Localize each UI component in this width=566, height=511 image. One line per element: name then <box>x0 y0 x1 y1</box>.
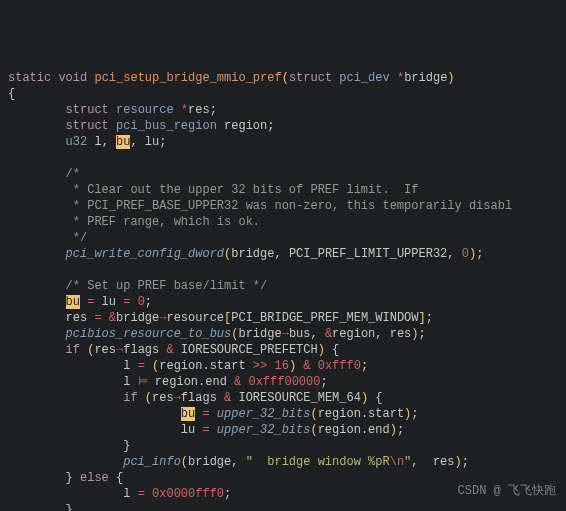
code-line: bu = lu = 0; <box>8 295 152 309</box>
semi: ; <box>224 487 231 501</box>
search-highlight: bu <box>181 407 195 421</box>
brace: } <box>66 503 73 511</box>
code-block: static void pci_setup_bridge_mmio_pref(s… <box>8 70 558 511</box>
brace: { <box>116 471 123 485</box>
semi: ; <box>411 407 418 421</box>
watermark: CSDN @ 飞飞快跑 <box>458 483 556 499</box>
comment: * PREF range, which is ok. <box>66 215 260 229</box>
sp <box>210 407 217 421</box>
string: " <box>246 455 253 469</box>
fn-name: pci_setup_bridge_mmio_pref <box>94 71 281 85</box>
code-line: lu = upper_32_bits(region.end); <box>8 423 404 437</box>
paren: ) <box>411 327 418 341</box>
kw: static <box>8 71 51 85</box>
op: & <box>325 327 332 341</box>
paren: ( <box>310 407 317 421</box>
brace: } <box>123 439 130 453</box>
code-line: res = &bridge→resource[PCI_BRIDGE_PREF_M… <box>8 311 433 325</box>
semi: ; <box>361 359 368 373</box>
paren: ) <box>289 359 296 373</box>
paren: ( <box>181 455 188 469</box>
paren: ) <box>390 423 397 437</box>
kw: struct <box>66 103 109 117</box>
paren: ( <box>145 391 152 405</box>
arg: bridge <box>404 71 447 85</box>
id: l <box>94 135 101 149</box>
code-line: static void pci_setup_bridge_mmio_pref(s… <box>8 71 455 85</box>
id: bridge <box>116 311 159 325</box>
paren: ) <box>361 391 368 405</box>
sp <box>102 311 109 325</box>
call: pci_write_config_dword <box>66 247 224 261</box>
code-line: } else { <box>8 471 123 485</box>
sp <box>325 343 332 357</box>
op: = <box>138 487 145 501</box>
semi: ; <box>267 119 274 133</box>
comment: * PCI_PREF_BASE_UPPER32 was non-zero, th… <box>66 199 512 213</box>
code-line: pci_write_config_dword(bridge, PCI_PREF_… <box>8 247 483 261</box>
kw: else <box>80 471 109 485</box>
arg: bridge <box>238 327 281 341</box>
code-line: * Clear out the upper 32 bits of PREF li… <box>8 183 418 197</box>
op: ⊨ <box>138 375 148 389</box>
brace: } <box>66 471 73 485</box>
sp <box>109 471 116 485</box>
type: resource <box>116 103 174 117</box>
semi: ; <box>419 327 426 341</box>
kw: struct <box>66 119 109 133</box>
sp <box>109 135 116 149</box>
id: resource <box>166 311 224 325</box>
comma: , <box>375 327 389 341</box>
kw: if <box>66 343 80 357</box>
brace: { <box>375 391 382 405</box>
code-line: struct resource *res; <box>8 103 217 117</box>
code-line: /* Set up PREF base/limit */ <box>8 279 267 293</box>
paren: ) <box>318 343 325 357</box>
num: 0 <box>462 247 469 261</box>
id: region.end <box>148 375 234 389</box>
kw: struct <box>289 71 332 85</box>
code-line: l ⊨ region.end & 0xfff00000; <box>8 375 328 389</box>
code-line: */ <box>8 231 87 245</box>
sp <box>174 343 181 357</box>
arg: region.end <box>318 423 390 437</box>
num: 16 <box>274 359 288 373</box>
escape: \n <box>390 455 404 469</box>
op: = <box>94 311 101 325</box>
id: flags <box>181 391 224 405</box>
id: lu <box>94 295 123 309</box>
id: l <box>123 375 137 389</box>
op: = <box>202 423 209 437</box>
arrow: → <box>282 327 289 341</box>
call: pcibios_resource_to_bus <box>66 327 232 341</box>
sp <box>210 423 217 437</box>
arg: region.start <box>318 407 404 421</box>
arg: bus <box>289 327 311 341</box>
comma: , <box>231 455 245 469</box>
semi: ; <box>145 295 152 309</box>
call: upper_32_bits <box>217 407 311 421</box>
paren: ) <box>455 455 462 469</box>
macro: IORESOURCE_MEM_64 <box>238 391 360 405</box>
code-line: } <box>8 503 73 511</box>
type: pci_bus_region <box>116 119 217 133</box>
type: u32 <box>66 135 88 149</box>
code-line: l = 0x0000fff0; <box>8 487 231 501</box>
semi: ; <box>159 135 166 149</box>
id: region.start <box>159 359 253 373</box>
code-line: * PREF range, which is ok. <box>8 215 260 229</box>
id: region <box>224 119 267 133</box>
arrow: → <box>174 391 181 405</box>
arg: bridge <box>188 455 231 469</box>
id: flags <box>123 343 166 357</box>
code-line: /* <box>8 167 80 181</box>
call: pci_info <box>123 455 181 469</box>
sp <box>130 295 137 309</box>
code-line: u32 l, bu, lu; <box>8 135 166 149</box>
call: upper_32_bits <box>217 423 311 437</box>
code-line: if (res→flags & IORESOURCE_MEM_64) { <box>8 391 383 405</box>
arg: res <box>426 455 455 469</box>
num: 0xfff00000 <box>248 375 320 389</box>
sp <box>138 391 145 405</box>
comma: , <box>274 247 288 261</box>
